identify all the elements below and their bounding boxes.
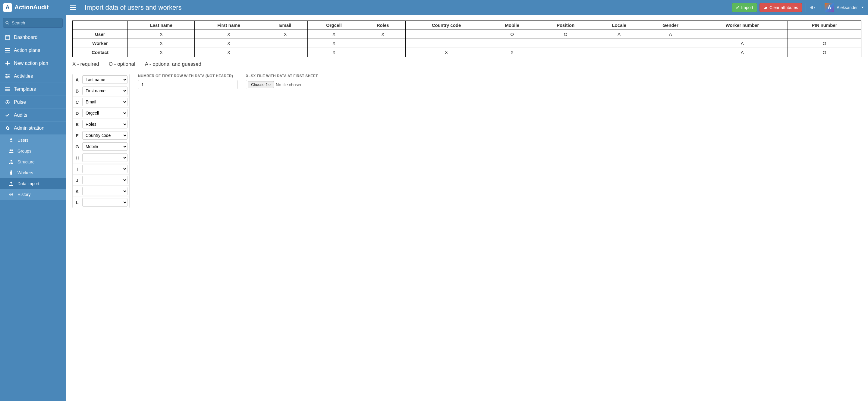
avatar: A xyxy=(825,3,834,12)
clear-attributes-button[interactable]: Clear attributes xyxy=(760,3,802,12)
user-name: Aleksander xyxy=(837,5,858,10)
header-actions: Import Clear attributes xyxy=(732,3,806,12)
check-icon xyxy=(736,6,739,9)
app-name: ActionAudit xyxy=(14,4,49,11)
svg-rect-0 xyxy=(70,5,76,6)
app-logo[interactable]: A ActionAudit xyxy=(0,3,66,12)
import-button[interactable]: Import xyxy=(732,3,757,12)
announcements-button[interactable] xyxy=(806,5,820,10)
bullhorn-icon xyxy=(810,5,815,10)
header: A ActionAudit Import data of users and w… xyxy=(0,0,868,15)
logo-mark-icon: A xyxy=(3,3,12,12)
svg-rect-2 xyxy=(70,9,76,10)
eraser-icon xyxy=(764,6,768,9)
user-menu[interactable]: A Aleksander xyxy=(820,3,868,12)
sidebar-toggle-button[interactable] xyxy=(66,0,80,15)
svg-rect-1 xyxy=(70,7,76,8)
import-button-label: Import xyxy=(741,5,753,10)
clear-button-label: Clear attributes xyxy=(770,5,798,10)
bars-icon xyxy=(70,5,76,10)
header-icons: A Aleksander xyxy=(806,3,868,12)
chevron-down-icon xyxy=(861,7,864,8)
page-title: Import data of users and workers xyxy=(80,4,732,11)
